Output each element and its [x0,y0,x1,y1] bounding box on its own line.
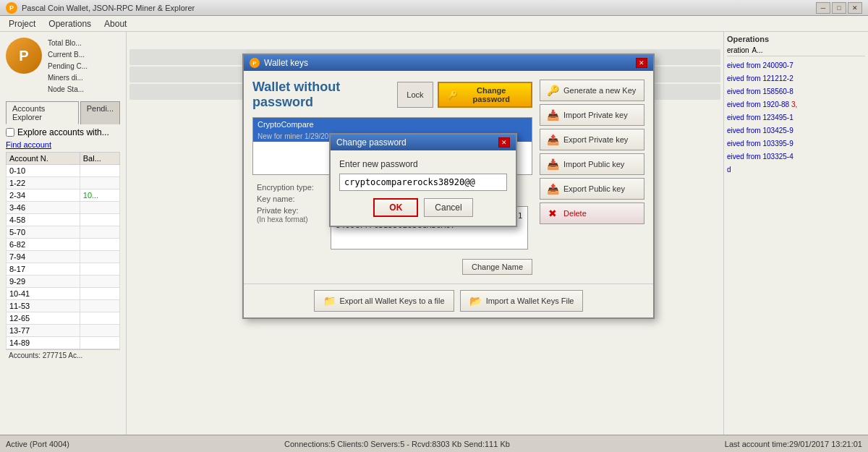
status-connections: Connections:5 Clients:0 Servers:5 - Rcvd… [284,440,510,448]
wallet-dialog-title: P Wallet keys [250,58,308,68]
main-area: P Total Blo... Current B... Pending C...… [0,32,868,435]
key-item[interactable]: CryptoCompare [253,118,532,131]
import-public-key-button[interactable]: 📥 Import Public key [540,153,644,175]
account-cell [80,312,119,325]
export-private-key-button[interactable]: 📤 Export Private key [540,129,644,150]
wallet-dialog-right: 🔑 Generate a new Key 📥 Import Private ke… [540,80,644,275]
title-bar-left: P Pascal Coin Wallet, JSON-RPC Miner & E… [6,2,195,14]
ok-button[interactable]: OK [373,198,418,217]
change-name-button[interactable]: Change Name [462,259,532,275]
op-item-4[interactable]: eived from 1920-88 3, [727,98,865,111]
account-cell[interactable]: 1-22 [7,177,80,189]
find-account-link[interactable]: Find account [6,140,120,149]
app-icon: P [6,2,17,14]
account-cell[interactable]: 6-82 [7,239,80,251]
wallet-dialog-footer: 📁 Export all Wallet Keys to a file 📂 Imp… [244,283,653,317]
col-balance: Bal... [80,153,119,165]
account-cell[interactable]: 4-58 [7,214,80,226]
account-cell [80,300,119,312]
key-name-label: Key name: [254,194,326,204]
app-logo: P [6,38,42,74]
import-wallet-file-button[interactable]: 📂 Import a Wallet Keys File [460,290,584,312]
change-pwd-label: Enter new password [339,159,507,169]
import-private-icon: 📥 [546,108,559,121]
account-cell [80,177,119,189]
import-public-icon: 📥 [546,158,559,171]
change-pwd-input[interactable] [339,174,507,191]
account-cell [80,165,119,177]
export-all-keys-button[interactable]: 📁 Export all Wallet Keys to a file [314,290,454,312]
delete-icon: ✖ [546,207,559,220]
encryption-type-label: Encryption type: [254,182,326,192]
tab-pending[interactable]: Pendi... [80,101,120,124]
explore-checkbox[interactable] [6,128,14,137]
sidebar-tabs: Accounts Explorer Pendi... [6,101,120,124]
account-cell [80,288,119,300]
op-col-amount: A... [752,46,763,54]
menu-operations[interactable]: Operations [43,17,97,30]
tab-accounts-explorer[interactable]: Accounts Explorer [6,101,79,124]
operations-list: eived from 240090-7 eived from 121212-2 … [727,59,865,176]
account-cell [80,276,119,288]
account-cell[interactable]: 13-77 [7,325,80,337]
change-pwd-buttons: OK Cancel [339,198,507,217]
private-key-label: Private key: [257,206,298,215]
sidebar: P Total Blo... Current B... Pending C...… [0,32,127,435]
wallet-dialog-title-bar: P Wallet keys ✕ [244,55,653,71]
maximize-button[interactable]: □ [832,2,846,14]
change-pwd-close-button[interactable]: ✕ [498,137,510,148]
op-item-5[interactable]: eived from 123495-1 [727,111,865,124]
account-cell[interactable]: 14-89 [7,337,80,349]
change-pwd-body: Enter new password OK Cancel [331,150,516,226]
op-item-7[interactable]: eived from 103395-9 [727,137,865,150]
account-cell[interactable]: 2-34 [7,189,80,202]
op-item-2[interactable]: eived from 121212-2 [727,72,865,85]
explore-label: Explore accounts with... [17,127,109,137]
import-wallet-icon: 📂 [469,295,482,307]
op-item-1[interactable]: eived from 240090-7 [727,59,865,72]
lock-button[interactable]: Lock [397,82,433,108]
op-item-8[interactable]: eived from 103325-4 [727,150,865,163]
center-area: P Wallet keys ✕ Wallet without password … [127,32,723,435]
accounts-table: Account N. Bal... 0-101-222-3410...3-464… [6,152,120,349]
window-title: Pascal Coin Wallet, JSON-RPC Miner & Exp… [22,4,195,12]
account-cell[interactable]: 11-53 [7,300,80,312]
wallet-title-icon: P [250,58,260,68]
op-item-3[interactable]: eived from 158560-8 [727,85,865,98]
delete-key-button[interactable]: ✖ Delete [540,202,644,224]
op-item-9[interactable]: d [727,163,865,176]
account-cell [80,251,119,263]
account-cell[interactable]: 5-70 [7,226,80,239]
private-key-sublabel: (In hexa format) [257,216,308,223]
minimize-button[interactable]: ─ [816,2,830,14]
change-password-button[interactable]: 🔑 Change password [438,82,532,108]
menu-bar: Project Operations About [0,16,868,32]
account-cell[interactable]: 7-94 [7,251,80,263]
window-controls[interactable]: ─ □ ✕ [816,2,862,14]
close-button[interactable]: ✕ [848,2,862,14]
account-cell[interactable]: 0-10 [7,165,80,177]
col-account-number: Account N. [7,153,80,165]
export-all-icon: 📁 [323,295,336,307]
account-cell[interactable]: 10-41 [7,288,80,300]
menu-about[interactable]: About [98,17,132,30]
account-cell [80,239,119,251]
account-cell [80,325,119,337]
op-item-6[interactable]: eived from 103425-9 [727,124,865,137]
menu-project[interactable]: Project [3,17,41,30]
status-bar: Active (Port 4004) Connections:5 Clients… [0,435,868,452]
accounts-footer: Accounts: 277715 Ac... [6,349,120,361]
generate-key-button[interactable]: 🔑 Generate a new Key [540,80,644,101]
import-private-key-button[interactable]: 📥 Import Private key [540,104,644,126]
account-cell[interactable]: 12-65 [7,312,80,325]
key-icon: 🔑 [448,90,458,100]
right-panel-title: Operations [727,35,865,43]
cancel-button[interactable]: Cancel [424,198,472,217]
account-cell[interactable]: 3-46 [7,202,80,214]
account-cell [80,263,119,276]
export-private-icon: 📤 [546,133,559,146]
export-public-key-button[interactable]: 📤 Export Public key [540,178,644,200]
account-cell[interactable]: 8-17 [7,263,80,276]
account-cell[interactable]: 9-29 [7,276,80,288]
wallet-dialog-close[interactable]: ✕ [636,58,647,68]
